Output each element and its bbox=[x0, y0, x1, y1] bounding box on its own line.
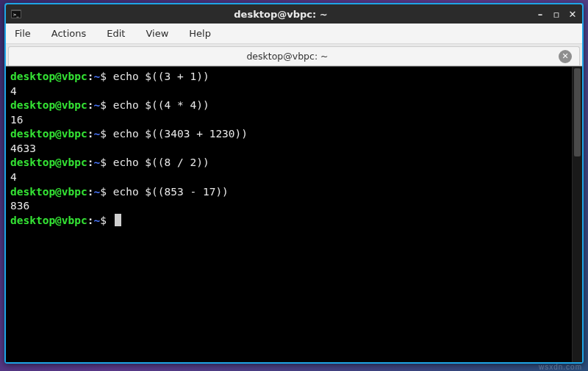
tabbar: desktop@vbpc: ~ ✕ bbox=[6, 44, 582, 66]
tab-close-button[interactable]: ✕ bbox=[559, 50, 572, 63]
terminal-window: >_ desktop@vbpc: ~ – ▫ ✕ File Actions Ed… bbox=[4, 3, 584, 364]
terminal-output-line: 836 bbox=[10, 199, 567, 214]
menu-edit[interactable]: Edit bbox=[104, 26, 128, 40]
minimize-button[interactable]: – bbox=[535, 9, 545, 19]
watermark: wsxdn.com bbox=[539, 363, 582, 371]
scroll-thumb[interactable] bbox=[574, 68, 581, 156]
terminal-prompt-line[interactable]: desktop@vbpc:~$ bbox=[10, 214, 567, 228]
terminal-line: desktop@vbpc:~$ echo $((853 - 17)) bbox=[10, 185, 567, 200]
terminal-area: desktop@vbpc:~$ echo $((3 + 1))4desktop@… bbox=[6, 66, 582, 362]
maximize-button[interactable]: ▫ bbox=[551, 9, 562, 19]
titlebar[interactable]: >_ desktop@vbpc: ~ – ▫ ✕ bbox=[6, 4, 582, 24]
close-button[interactable]: ✕ bbox=[567, 9, 578, 19]
app-icon: >_ bbox=[10, 8, 22, 20]
terminal-line: desktop@vbpc:~$ echo $((3403 + 1230)) bbox=[10, 127, 567, 142]
terminal-line: desktop@vbpc:~$ echo $((8 / 2)) bbox=[10, 156, 567, 170]
menu-actions[interactable]: Actions bbox=[49, 26, 90, 40]
terminal-line: desktop@vbpc:~$ echo $((3 + 1)) bbox=[10, 70, 567, 84]
window-controls: – ▫ ✕ bbox=[535, 9, 578, 19]
menu-view[interactable]: View bbox=[143, 26, 171, 40]
scrollbar[interactable] bbox=[572, 67, 582, 362]
terminal-output-line: 16 bbox=[10, 113, 567, 128]
terminal-output-line: 4633 bbox=[10, 142, 567, 156]
terminal-line: desktop@vbpc:~$ echo $((4 * 4)) bbox=[10, 98, 567, 113]
cursor bbox=[115, 214, 121, 226]
terminal-output-line: 4 bbox=[10, 170, 567, 185]
menu-help[interactable]: Help bbox=[186, 26, 214, 40]
menu-file[interactable]: File bbox=[12, 26, 34, 40]
tab-terminal-1[interactable]: desktop@vbpc: ~ ✕ bbox=[8, 46, 580, 65]
tab-label: desktop@vbpc: ~ bbox=[16, 51, 559, 62]
svg-text:>_: >_ bbox=[13, 12, 19, 18]
terminal-output-line: 4 bbox=[10, 84, 567, 99]
terminal-output[interactable]: desktop@vbpc:~$ echo $((3 + 1))4desktop@… bbox=[6, 67, 572, 362]
menubar: File Actions Edit View Help bbox=[6, 24, 582, 44]
window-title: desktop@vbpc: ~ bbox=[26, 9, 535, 20]
